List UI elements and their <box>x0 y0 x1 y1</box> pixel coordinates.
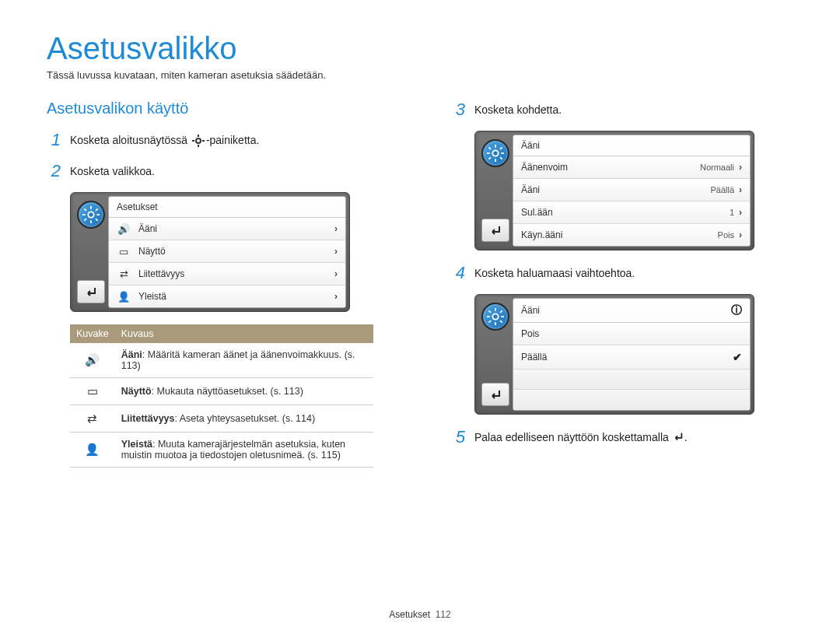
info-icon[interactable]: ⓘ <box>731 303 742 317</box>
chevron-right-icon: › <box>739 207 742 218</box>
chevron-right-icon: › <box>739 229 742 240</box>
page-subtitle: Tässä luvussa kuvataan, miten kameran as… <box>47 69 793 81</box>
chevron-right-icon: › <box>739 184 742 195</box>
panel-header: Ääni <box>513 135 750 156</box>
step-text: -painiketta. <box>206 134 259 146</box>
general-icon: 👤 <box>70 433 115 468</box>
desc-text: : Mukauta näyttöasetukset. (s. 113) <box>152 386 303 397</box>
empty-row <box>513 370 750 390</box>
step-number: 1 <box>47 130 61 150</box>
step-1: 1 Kosketa aloitusnäytössä -painiketta. <box>47 130 389 150</box>
step-number: 2 <box>47 161 61 181</box>
row-value: Päällä <box>710 185 734 194</box>
sound-icon: 🔊 <box>117 223 131 234</box>
chevron-right-icon: › <box>334 246 338 257</box>
table-row: 🔊 Ääni: Määritä kameran äänet ja äänenvo… <box>70 343 373 378</box>
gear-icon <box>77 201 105 229</box>
connectivity-icon: ⇄ <box>117 268 131 279</box>
step-number: 4 <box>451 263 465 283</box>
step-text: Kosketa haluamaasi vaihtoehtoa. <box>474 263 635 282</box>
page-number: 112 <box>436 609 451 620</box>
step-5: 5 Palaa edelliseen näyttöön koskettamall… <box>451 427 793 447</box>
step-number: 3 <box>451 100 465 120</box>
table-header-icon: Kuvake <box>70 324 115 343</box>
row-label: Ääni <box>138 223 334 234</box>
table-row: ▭ Näyttö: Mukauta näyttöasetukset. (s. 1… <box>70 378 373 405</box>
option-row-off[interactable]: Pois <box>513 323 750 345</box>
step-text: Kosketa aloitusnäytössä <box>70 134 191 146</box>
row-value: Pois <box>718 230 734 240</box>
page-title: Asetusvalikko <box>47 31 793 66</box>
menu-row-beep[interactable]: Ääni Päällä › <box>513 179 750 201</box>
page-footer: Asetukset 112 <box>0 609 840 620</box>
step-4: 4 Kosketa haluamaasi vaihtoehtoa. <box>451 263 793 283</box>
step-text: . <box>684 431 688 443</box>
back-button[interactable] <box>481 219 509 242</box>
row-label: Käyn.ääni <box>521 229 718 240</box>
desc-title: Ääni <box>121 349 142 360</box>
table-row: ⇄ Liitettävyys: Aseta yhteysasetukset. (… <box>70 405 373 433</box>
display-icon: ▭ <box>70 378 115 405</box>
empty-row <box>513 390 750 410</box>
desc-text: : Muuta kamerajärjestelmän asetuksia, ku… <box>121 439 345 461</box>
desc-text: : Aseta yhteysasetukset. (s. 114) <box>174 413 315 424</box>
menu-row-startup[interactable]: Käyn.ääni Pois › <box>513 224 750 246</box>
back-button[interactable] <box>481 383 509 406</box>
menu-row-sound[interactable]: 🔊 Ääni › <box>109 218 345 240</box>
desc-title: Yleistä <box>121 439 152 450</box>
row-value: Normaali <box>700 163 734 172</box>
step-3: 3 Kosketa kohdetta. <box>451 100 793 120</box>
row-label: Sul.ään <box>521 207 730 218</box>
footer-label: Asetukset <box>389 609 430 620</box>
menu-row-general[interactable]: 👤 Yleistä › <box>109 285 345 307</box>
desc-title: Näyttö <box>121 386 152 397</box>
device-screen-option: Ääni ⓘ Pois Päällä ✔ <box>474 294 754 415</box>
connectivity-icon: ⇄ <box>70 405 115 433</box>
option-row-on[interactable]: Päällä ✔ <box>513 345 750 370</box>
step-2: 2 Kosketa valikkoa. <box>47 161 389 181</box>
chevron-right-icon: › <box>334 268 338 279</box>
sound-icon: 🔊 <box>70 343 115 378</box>
device-screen-settings: Asetukset 🔊 Ääni › ▭ Näyttö › ⇄ Liitettä… <box>70 192 350 312</box>
display-icon: ▭ <box>117 246 131 257</box>
general-icon: 👤 <box>117 291 131 302</box>
panel-header-label: Ääni <box>521 305 540 316</box>
menu-row-connectivity[interactable]: ⇄ Liitettävyys › <box>109 263 345 285</box>
table-header-desc: Kuvaus <box>115 324 373 343</box>
menu-row-shutter[interactable]: Sul.ään 1 › <box>513 201 750 224</box>
step-text: Palaa edelliseen näyttöön koskettamalla <box>474 431 672 443</box>
row-label: Päällä <box>521 352 733 363</box>
row-label: Ääni <box>521 184 710 195</box>
row-label: Yleistä <box>138 291 334 302</box>
gear-icon <box>192 135 205 147</box>
gear-icon <box>481 139 509 167</box>
menu-row-display[interactable]: ▭ Näyttö › <box>109 240 345 263</box>
table-row: 👤 Yleistä: Muuta kamerajärjestelmän aset… <box>70 433 373 468</box>
chevron-right-icon: › <box>334 223 338 234</box>
step-number: 5 <box>451 427 465 447</box>
row-value: 1 <box>730 208 734 217</box>
section-title: Asetusvalikon käyttö <box>47 100 389 117</box>
description-table: Kuvake Kuvaus 🔊 Ääni: Määritä kameran ää… <box>70 324 373 468</box>
desc-text: : Määritä kameran äänet ja äänenvoimakku… <box>121 349 355 371</box>
menu-row-volume[interactable]: Äänenvoim Normaali › <box>513 156 750 179</box>
panel-header: Asetukset <box>109 197 345 218</box>
panel-header: Ääni ⓘ <box>513 299 750 323</box>
device-screen-sound: Ääni Äänenvoim Normaali › Ääni Päällä › … <box>474 131 754 250</box>
desc-title: Liitettävyys <box>121 413 175 424</box>
row-label: Liitettävyys <box>138 268 334 279</box>
row-label: Äänenvoim <box>521 162 700 173</box>
back-button[interactable] <box>77 280 105 303</box>
return-icon <box>672 432 684 443</box>
row-label: Näyttö <box>138 246 334 257</box>
check-icon: ✔ <box>733 351 742 363</box>
gear-icon <box>481 303 509 331</box>
row-label: Pois <box>521 328 742 339</box>
chevron-right-icon: › <box>739 162 742 173</box>
step-text: Kosketa valikkoa. <box>70 161 155 180</box>
chevron-right-icon: › <box>334 291 338 302</box>
step-text: Kosketa kohdetta. <box>474 100 562 118</box>
